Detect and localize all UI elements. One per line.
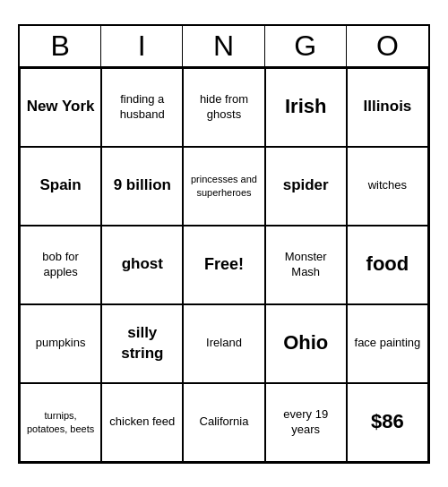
bingo-letter: O — [347, 26, 428, 66]
bingo-cell: $86 — [347, 383, 428, 462]
bingo-letter: N — [183, 26, 264, 66]
bingo-cell: hide from ghosts — [183, 68, 264, 147]
bingo-cell: pumpkins — [20, 304, 101, 383]
bingo-cell: face painting — [347, 304, 428, 383]
bingo-cell: chicken feed — [101, 383, 183, 462]
bingo-cell: New York — [20, 68, 101, 147]
bingo-cell: food — [347, 226, 428, 304]
bingo-cell: Spain — [20, 147, 101, 226]
bingo-cell: Free! — [183, 226, 264, 304]
bingo-cell: witches — [347, 147, 428, 226]
bingo-cell: silly string — [101, 304, 183, 383]
bingo-cell: every 19 years — [265, 383, 347, 462]
bingo-card: BINGO New Yorkfinding a husbandhide from… — [18, 24, 430, 464]
bingo-letter: G — [265, 26, 347, 66]
bingo-letter: B — [20, 26, 101, 66]
bingo-cell: Illinois — [347, 68, 428, 147]
bingo-cell: Monster Mash — [265, 226, 347, 304]
bingo-cell: spider — [265, 147, 347, 226]
bingo-cell: finding a husband — [101, 68, 183, 147]
bingo-cell: California — [183, 383, 264, 462]
bingo-letter: I — [101, 26, 183, 66]
bingo-cell: Irish — [265, 68, 347, 147]
bingo-grid: New Yorkfinding a husbandhide from ghost… — [20, 68, 428, 462]
bingo-cell: bob for apples — [20, 226, 101, 304]
bingo-cell: princesses and superheroes — [183, 147, 264, 226]
bingo-cell: turnips, potatoes, beets — [20, 383, 101, 462]
bingo-cell: Ohio — [265, 304, 347, 383]
bingo-cell: ghost — [101, 226, 183, 304]
bingo-cell: Ireland — [183, 304, 264, 383]
bingo-header: BINGO — [20, 26, 428, 68]
bingo-cell: 9 billion — [101, 147, 183, 226]
